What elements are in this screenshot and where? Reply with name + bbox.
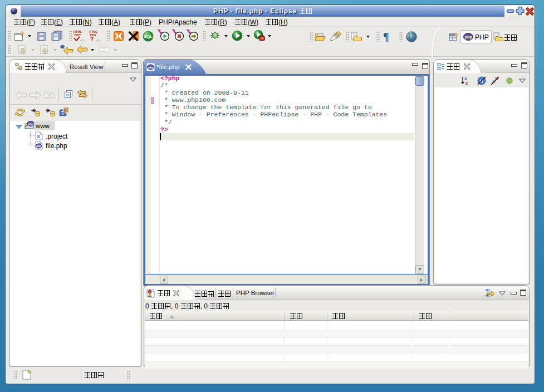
svg-text:<>: <> [80,38,85,42]
svg-text:?: ? [90,36,94,42]
svg-text:php: php [465,35,472,40]
svg-text:z: z [465,80,468,86]
svg-text:php: php [36,145,41,148]
svg-text:php: php [148,66,154,69]
svg-text:SQL: SQL [144,34,153,39]
svg-text:TIDY: TIDY [74,33,81,37]
svg-text:X: X [37,134,40,139]
svg-text:<>: <> [96,38,100,42]
svg-text:php: php [28,122,34,126]
